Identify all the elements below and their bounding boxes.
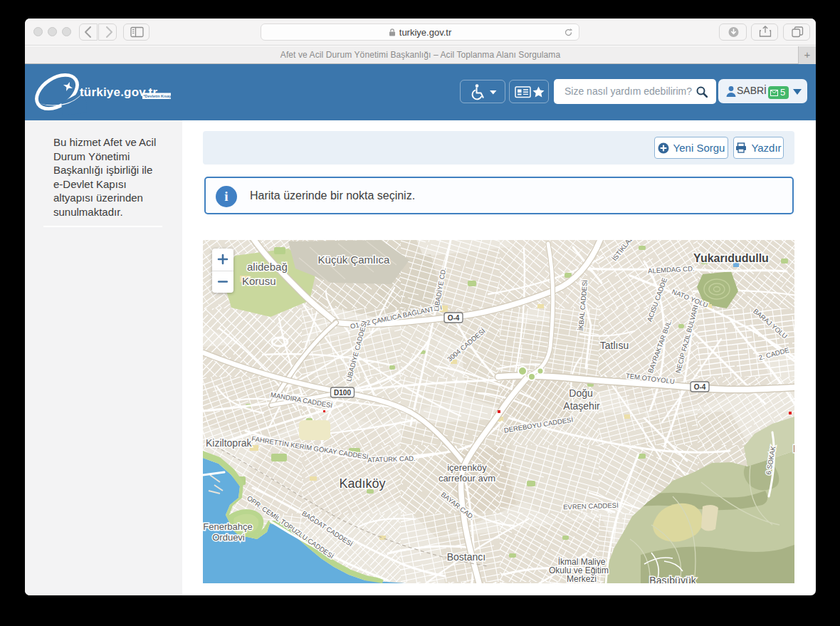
svg-text:Korusu: Korusu: [242, 275, 276, 287]
svg-text:Kadıköy: Kadıköy: [339, 476, 385, 491]
svg-text:içerenköy: içerenköy: [447, 462, 487, 473]
svg-text:Fenerbahçe: Fenerbahçe: [203, 521, 252, 532]
svg-text:Küçük Çamlıca: Küçük Çamlıca: [318, 254, 391, 266]
svg-text:Ataşehir: Ataşehir: [563, 400, 600, 412]
svg-text:Merkezi: Merkezi: [567, 574, 597, 583]
svg-text:Yukarıdudullu: Yukarıdudullu: [693, 252, 769, 264]
svg-text:Bu: Bu: [793, 443, 794, 454]
svg-text:*Devletin Kısayolu: *Devletin Kısayolu: [144, 94, 177, 98]
svg-text:Bostancı: Bostancı: [447, 551, 485, 563]
svg-text:Tatlısu: Tatlısu: [600, 340, 629, 351]
svg-text:D100: D100: [334, 389, 351, 397]
svg-text:carrefour avm: carrefour avm: [439, 473, 495, 484]
svg-text:O-4: O-4: [694, 383, 706, 391]
svg-text:ATATÜRK CAD.: ATATÜRK CAD.: [367, 454, 416, 464]
svg-text:Orduevi: Orduevi: [212, 532, 245, 543]
svg-text:Kiziltoprak: Kiziltoprak: [206, 437, 253, 449]
svg-text:alidebağ: alidebağ: [247, 261, 288, 273]
svg-text:O-4: O-4: [448, 314, 460, 322]
svg-text:Doğu: Doğu: [569, 387, 592, 399]
svg-text:Başıbüyük: Başıbüyük: [649, 575, 696, 583]
